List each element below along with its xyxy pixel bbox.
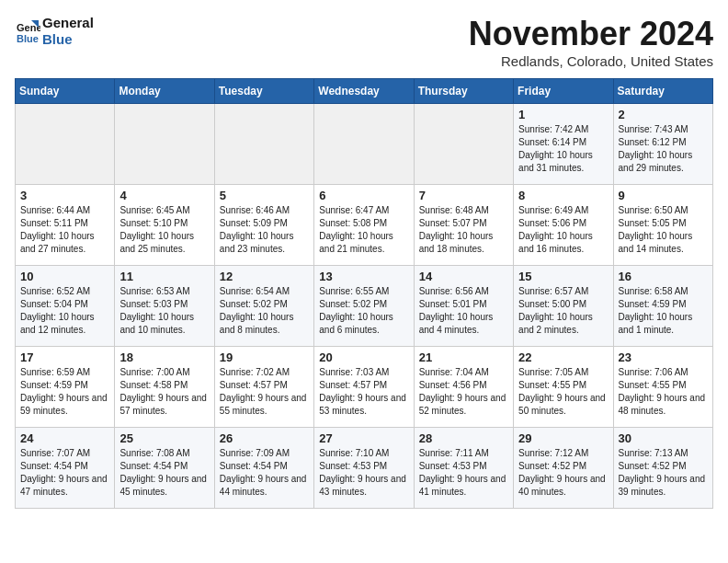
calendar-cell-w0-d4 [414,104,513,185]
calendar-cell-w2-d5: 15Sunrise: 6:57 AM Sunset: 5:00 PM Dayli… [514,266,613,347]
calendar-cell-w3-d0: 17Sunrise: 6:59 AM Sunset: 4:59 PM Dayli… [16,347,115,428]
calendar-cell-w1-d5: 8Sunrise: 6:49 AM Sunset: 5:06 PM Daylig… [514,185,613,266]
day-header-friday: Friday [514,79,613,104]
calendar-cell-w0-d2 [214,104,313,185]
calendar-body: 1Sunrise: 7:42 AM Sunset: 6:14 PM Daylig… [16,104,713,509]
day-info: Sunrise: 6:53 AM Sunset: 5:03 PM Dayligh… [119,285,209,337]
day-number: 1 [518,108,608,121]
day-header-wednesday: Wednesday [314,79,414,104]
calendar-cell-w2-d3: 13Sunrise: 6:55 AM Sunset: 5:02 PM Dayli… [314,266,414,347]
calendar-cell-w3-d2: 19Sunrise: 7:02 AM Sunset: 4:57 PM Dayli… [214,347,313,428]
calendar-cell-w1-d6: 9Sunrise: 6:50 AM Sunset: 5:05 PM Daylig… [613,185,712,266]
day-info: Sunrise: 6:54 AM Sunset: 5:02 PM Dayligh… [220,285,309,337]
calendar-cell-w2-d2: 12Sunrise: 6:54 AM Sunset: 5:02 PM Dayli… [214,266,313,347]
day-number: 17 [20,350,109,364]
day-info: Sunrise: 6:55 AM Sunset: 5:02 PM Dayligh… [319,285,408,337]
day-number: 16 [619,270,708,283]
week-row-1: 3Sunrise: 6:44 AM Sunset: 5:11 PM Daylig… [16,185,713,266]
calendar-cell-w3-d5: 22Sunrise: 7:05 AM Sunset: 4:55 PM Dayli… [514,347,613,428]
calendar-cell-w3-d3: 20Sunrise: 7:03 AM Sunset: 4:57 PM Dayli… [314,347,414,428]
day-number: 21 [419,350,508,364]
calendar-table: SundayMondayTuesdayWednesdayThursdayFrid… [15,78,713,509]
day-info: Sunrise: 6:46 AM Sunset: 5:09 PM Dayligh… [220,204,309,256]
day-info: Sunrise: 6:56 AM Sunset: 5:01 PM Dayligh… [419,285,508,337]
day-number: 3 [20,189,109,202]
calendar-header-row: SundayMondayTuesdayWednesdayThursdayFrid… [16,79,713,104]
calendar-cell-w4-d6: 30Sunrise: 7:13 AM Sunset: 4:52 PM Dayli… [613,428,712,509]
day-info: Sunrise: 6:44 AM Sunset: 5:11 PM Dayligh… [20,204,109,256]
day-number: 8 [518,189,608,202]
day-number: 5 [220,189,309,202]
day-info: Sunrise: 7:42 AM Sunset: 6:14 PM Dayligh… [518,123,608,175]
day-info: Sunrise: 6:59 AM Sunset: 4:59 PM Dayligh… [20,366,109,418]
day-number: 6 [319,189,408,202]
calendar-cell-w3-d4: 21Sunrise: 7:04 AM Sunset: 4:56 PM Dayli… [414,347,513,428]
calendar-cell-w3-d6: 23Sunrise: 7:06 AM Sunset: 4:55 PM Dayli… [613,347,712,428]
day-info: Sunrise: 6:58 AM Sunset: 4:59 PM Dayligh… [619,285,708,337]
week-row-2: 10Sunrise: 6:52 AM Sunset: 5:04 PM Dayli… [16,266,713,347]
title-area: November 2024 Redlands, Colorado, United… [469,15,713,69]
week-row-3: 17Sunrise: 6:59 AM Sunset: 4:59 PM Dayli… [16,347,713,428]
day-info: Sunrise: 6:45 AM Sunset: 5:10 PM Dayligh… [119,204,209,256]
calendar-cell-w1-d2: 5Sunrise: 6:46 AM Sunset: 5:09 PM Daylig… [214,185,313,266]
day-info: Sunrise: 6:52 AM Sunset: 5:04 PM Dayligh… [20,285,109,337]
day-info: Sunrise: 7:04 AM Sunset: 4:56 PM Dayligh… [419,366,508,418]
calendar-cell-w3-d1: 18Sunrise: 7:00 AM Sunset: 4:58 PM Dayli… [115,347,214,428]
calendar-cell-w0-d5: 1Sunrise: 7:42 AM Sunset: 6:14 PM Daylig… [514,104,613,185]
calendar-cell-w4-d1: 25Sunrise: 7:08 AM Sunset: 4:54 PM Dayli… [115,428,214,509]
day-number: 11 [119,270,209,283]
day-info: Sunrise: 7:13 AM Sunset: 4:52 PM Dayligh… [619,447,708,499]
calendar-cell-w0-d3 [314,104,414,185]
svg-text:Blue: Blue [17,33,39,44]
day-info: Sunrise: 7:12 AM Sunset: 4:52 PM Dayligh… [518,447,608,499]
day-info: Sunrise: 7:11 AM Sunset: 4:53 PM Dayligh… [419,447,508,499]
day-number: 12 [220,270,309,283]
day-number: 13 [319,270,408,283]
calendar-cell-w2-d4: 14Sunrise: 6:56 AM Sunset: 5:01 PM Dayli… [414,266,513,347]
logo-line2: Blue [42,31,94,48]
logo-line1: General [42,15,94,31]
day-info: Sunrise: 6:48 AM Sunset: 5:07 PM Dayligh… [419,204,508,256]
calendar-cell-w0-d0 [16,104,115,185]
day-number: 2 [619,108,708,121]
calendar-cell-w1-d0: 3Sunrise: 6:44 AM Sunset: 5:11 PM Daylig… [16,185,115,266]
day-header-sunday: Sunday [16,79,115,104]
day-number: 19 [220,350,309,364]
calendar-cell-w4-d3: 27Sunrise: 7:10 AM Sunset: 4:53 PM Dayli… [314,428,414,509]
calendar-cell-w1-d1: 4Sunrise: 6:45 AM Sunset: 5:10 PM Daylig… [115,185,214,266]
day-number: 22 [518,350,608,364]
day-info: Sunrise: 7:07 AM Sunset: 4:54 PM Dayligh… [20,447,109,499]
calendar-cell-w0-d1 [115,104,214,185]
calendar-cell-w4-d4: 28Sunrise: 7:11 AM Sunset: 4:53 PM Dayli… [414,428,513,509]
calendar-cell-w4-d2: 26Sunrise: 7:09 AM Sunset: 4:54 PM Dayli… [214,428,313,509]
calendar-cell-w4-d0: 24Sunrise: 7:07 AM Sunset: 4:54 PM Dayli… [16,428,115,509]
header: General Blue General Blue November 2024 … [15,15,713,69]
day-info: Sunrise: 7:06 AM Sunset: 4:55 PM Dayligh… [619,366,708,418]
day-number: 25 [119,431,209,445]
day-info: Sunrise: 7:02 AM Sunset: 4:57 PM Dayligh… [220,366,309,418]
logo: General Blue General Blue [15,15,94,48]
day-number: 20 [319,350,408,364]
day-number: 28 [419,431,508,445]
calendar-cell-w2-d6: 16Sunrise: 6:58 AM Sunset: 4:59 PM Dayli… [613,266,712,347]
day-info: Sunrise: 6:50 AM Sunset: 5:05 PM Dayligh… [619,204,708,256]
day-header-saturday: Saturday [613,79,712,104]
day-number: 26 [220,431,309,445]
day-number: 23 [619,350,708,364]
month-title: November 2024 [469,15,713,53]
day-info: Sunrise: 6:57 AM Sunset: 5:00 PM Dayligh… [518,285,608,337]
day-header-thursday: Thursday [414,79,513,104]
location-title: Redlands, Colorado, United States [469,53,713,69]
day-number: 14 [419,270,508,283]
day-info: Sunrise: 7:00 AM Sunset: 4:58 PM Dayligh… [119,366,209,418]
calendar-cell-w1-d4: 7Sunrise: 6:48 AM Sunset: 5:07 PM Daylig… [414,185,513,266]
day-number: 10 [20,270,109,283]
day-number: 4 [119,189,209,202]
day-number: 9 [619,189,708,202]
day-info: Sunrise: 7:09 AM Sunset: 4:54 PM Dayligh… [220,447,309,499]
day-number: 18 [119,350,209,364]
day-number: 15 [518,270,608,283]
day-number: 27 [319,431,408,445]
day-info: Sunrise: 6:49 AM Sunset: 5:06 PM Dayligh… [518,204,608,256]
calendar-cell-w1-d3: 6Sunrise: 6:47 AM Sunset: 5:08 PM Daylig… [314,185,414,266]
